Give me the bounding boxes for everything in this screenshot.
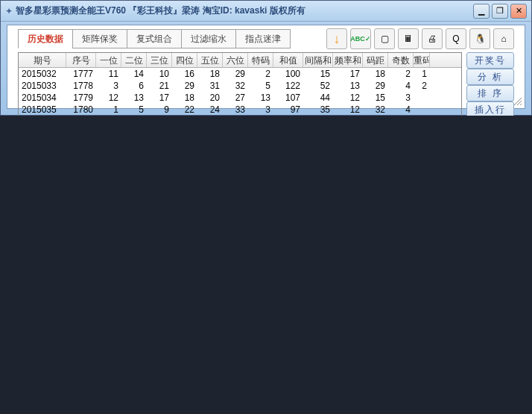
- tab-2[interactable]: 复式组合: [127, 29, 182, 48]
- tab-4[interactable]: 指点迷津: [235, 29, 291, 48]
- tab-bar: 历史数据矩阵保奖复式组合过滤缩水指点迷津: [18, 29, 290, 48]
- grid-header[interactable]: 码距: [363, 53, 388, 67]
- side-button-0[interactable]: 开奖号: [466, 52, 514, 69]
- resize-grip-icon[interactable]: [513, 96, 523, 107]
- grid-header[interactable]: 和值: [273, 53, 303, 67]
- minimize-button[interactable]: ▁: [473, 4, 490, 19]
- table-row[interactable]: 20150341779121317182027131074412153: [19, 92, 461, 104]
- side-button-2[interactable]: 排 序: [466, 85, 514, 101]
- data-grid[interactable]: 期号序号一位二位三位四位五位六位特码和值间隔和频率和码距奇数重码 2015032…: [18, 52, 462, 116]
- penguin-icon[interactable]: 🐧: [469, 28, 490, 49]
- grid-header[interactable]: 一位: [96, 53, 121, 67]
- box-icon[interactable]: ▢: [374, 28, 395, 49]
- title-star-icon: ✦: [5, 6, 13, 16]
- close-button[interactable]: ✕: [510, 4, 527, 19]
- calc-icon[interactable]: 🖩: [398, 28, 419, 49]
- tab-0[interactable]: 历史数据: [18, 29, 73, 48]
- home-icon[interactable]: ⌂: [493, 28, 514, 49]
- side-button-3[interactable]: 插入行: [466, 101, 514, 116]
- grid-header[interactable]: 奇数: [388, 53, 414, 67]
- grid-header[interactable]: 特码: [248, 53, 273, 67]
- grid-header[interactable]: 四位: [172, 53, 197, 67]
- grid-header[interactable]: 频率和: [333, 53, 363, 67]
- printer-icon[interactable]: 🖨: [422, 28, 443, 49]
- table-row[interactable]: 20150321777111410161829210015171821: [19, 68, 461, 80]
- grid-header[interactable]: 序号: [66, 53, 96, 67]
- grid-header[interactable]: 二位: [121, 53, 147, 67]
- toolbar-icons: ↓ABC✓▢🖩🖨Q🐧⌂: [326, 28, 514, 49]
- grid-header[interactable]: 期号: [19, 53, 66, 67]
- grid-header[interactable]: 重码: [414, 53, 430, 67]
- grid-header[interactable]: 间隔和: [303, 53, 333, 67]
- arrow-down-icon[interactable]: ↓: [326, 28, 347, 49]
- qq-icon[interactable]: Q: [446, 28, 466, 49]
- grid-header[interactable]: 三位: [147, 53, 172, 67]
- grid-header[interactable]: 五位: [197, 53, 223, 67]
- spellcheck-icon[interactable]: ABC✓: [350, 28, 371, 49]
- tab-3[interactable]: 过滤缩水: [181, 29, 236, 48]
- tab-1[interactable]: 矩阵保奖: [72, 29, 127, 48]
- table-row[interactable]: 201503317783621293132512252132942: [19, 80, 461, 92]
- grid-header[interactable]: 六位: [223, 53, 248, 67]
- maximize-button[interactable]: ❐: [492, 4, 508, 19]
- window-title: 智多星彩票预测全能王V760 『彩王科技』梁涛 淘宝ID: kavaski 版权…: [16, 4, 473, 17]
- side-button-1[interactable]: 分 析: [466, 69, 514, 85]
- table-row[interactable]: 201503517801592224333973512324: [19, 104, 461, 116]
